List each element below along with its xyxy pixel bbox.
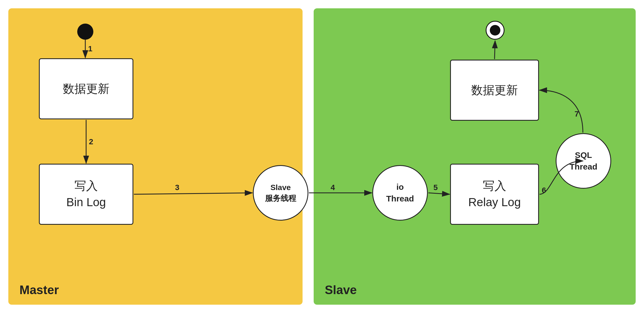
slave-service-thread-label: Slave服务线程 xyxy=(265,182,296,204)
slave-service-thread-circle: Slave服务线程 xyxy=(253,165,308,221)
master-bin-log-label: 写入Bin Log xyxy=(66,178,106,211)
io-thread-circle: ioThread xyxy=(372,165,428,221)
slave-end-node xyxy=(486,21,505,40)
slave-relay-log-box: 写入Relay Log xyxy=(450,164,539,225)
master-start-node xyxy=(77,24,93,40)
slave-relay-log-label: 写入Relay Log xyxy=(468,178,521,211)
sql-thread-circle: SQLThread xyxy=(556,133,611,189)
master-label: Master xyxy=(19,283,59,297)
master-data-update-label: 数据更新 xyxy=(63,81,109,97)
slave-end-node-inner xyxy=(490,25,500,36)
master-data-update-box: 数据更新 xyxy=(39,58,133,119)
slave-data-update-label: 数据更新 xyxy=(471,82,518,98)
slave-data-update-box: 数据更新 xyxy=(450,60,539,121)
slave-label: Slave xyxy=(325,283,357,297)
master-bin-log-box: 写入Bin Log xyxy=(39,164,133,225)
master-panel: Master xyxy=(8,8,303,305)
sql-thread-label: SQLThread xyxy=(570,149,597,173)
io-thread-label: ioThread xyxy=(386,181,414,205)
